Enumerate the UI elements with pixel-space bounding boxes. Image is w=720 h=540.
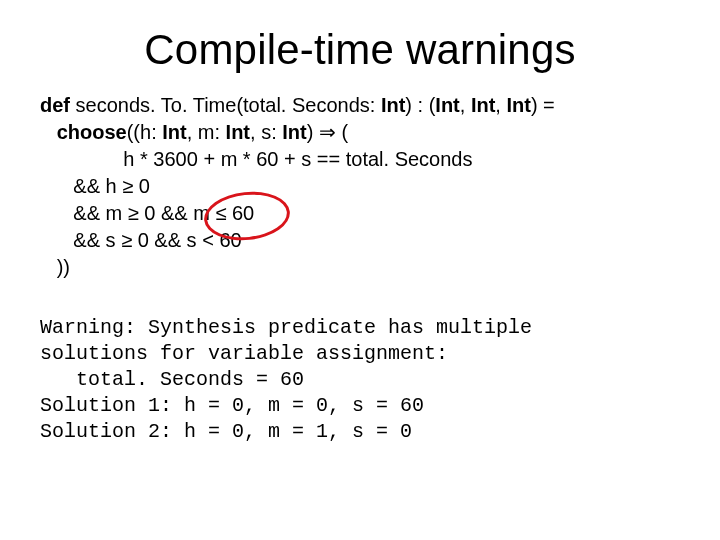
code-text: , xyxy=(495,94,506,116)
code-block: def seconds. To. Time(total. Seconds: In… xyxy=(40,92,680,281)
warning-block: Warning: Synthesis predicate has multipl… xyxy=(40,315,680,445)
kw-int: Int xyxy=(282,121,306,143)
code-text: seconds. To. Time(total. Seconds: xyxy=(70,94,381,116)
slide-title: Compile-time warnings xyxy=(40,26,680,74)
slide: Compile-time warnings def seconds. To. T… xyxy=(0,0,720,540)
kw-int: Int xyxy=(162,121,186,143)
kw-def: def xyxy=(40,94,70,116)
kw-int: Int xyxy=(226,121,250,143)
code-text: ((h: xyxy=(127,121,163,143)
kw-int: Int xyxy=(506,94,530,116)
code-text: , m: xyxy=(187,121,226,143)
kw-choose: choose xyxy=(40,121,127,143)
code-text: ) ⇒ ( xyxy=(307,121,348,143)
kw-int: Int xyxy=(435,94,459,116)
warn-line: Solution 1: h = 0, m = 0, s = 60 xyxy=(40,394,424,417)
warn-line: total. Seconds = 60 xyxy=(40,368,304,391)
code-line: && m ≥ 0 && m ≤ 60 xyxy=(40,202,254,224)
kw-int: Int xyxy=(381,94,405,116)
warn-line: Warning: Synthesis predicate has multipl… xyxy=(40,316,532,339)
code-line: h * 3600 + m * 60 + s == total. Seconds xyxy=(40,148,472,170)
code-text: ) : ( xyxy=(405,94,435,116)
warn-line: solutions for variable assignment: xyxy=(40,342,448,365)
code-text: ) = xyxy=(531,94,555,116)
warn-line: Solution 2: h = 0, m = 1, s = 0 xyxy=(40,420,412,443)
code-text: , xyxy=(460,94,471,116)
code-text: , s: xyxy=(250,121,282,143)
code-line: && s ≥ 0 && s < 60 xyxy=(40,229,242,251)
code-line: && h ≥ 0 xyxy=(40,175,150,197)
code-line: )) xyxy=(40,256,70,278)
kw-int: Int xyxy=(471,94,495,116)
